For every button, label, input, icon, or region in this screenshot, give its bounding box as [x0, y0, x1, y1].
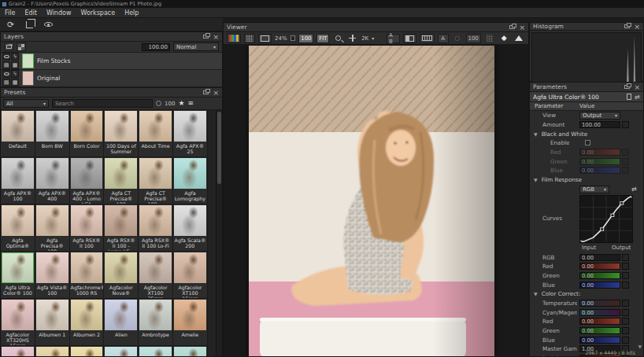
- red-field[interactable]: 0.00: [579, 318, 620, 325]
- favorites-star-icon[interactable]: ★: [178, 100, 184, 107]
- presets-scrollbar[interactable]: [216, 110, 222, 356]
- preset-item[interactable]: Agfa APX® 100: [1, 157, 35, 204]
- menu-item-edit[interactable]: Edit: [20, 8, 42, 18]
- layer-link-icon[interactable]: ▦: [11, 79, 19, 86]
- grid-overlay-icon[interactable]: [484, 34, 496, 43]
- zoom-100-button[interactable]: 100: [298, 34, 313, 43]
- focus-diamond-icon[interactable]: ◆: [498, 34, 509, 43]
- field-spinner[interactable]: [622, 318, 629, 325]
- preview-eye-icon[interactable]: [43, 19, 54, 30]
- reset-preset-icon[interactable]: ⇄: [635, 94, 640, 101]
- field-spinner[interactable]: [622, 337, 629, 344]
- view-dropdown[interactable]: Output ▾: [579, 112, 620, 120]
- float-panel-icon[interactable]: [509, 25, 515, 29]
- blue-field[interactable]: 0.00: [579, 337, 620, 344]
- field-spinner[interactable]: [622, 254, 629, 261]
- menu-item-file[interactable]: File: [0, 8, 20, 18]
- green-field[interactable]: 0.00: [579, 327, 620, 334]
- save-preset-icon[interactable]: [627, 94, 631, 100]
- red-field[interactable]: 0.00: [579, 263, 620, 270]
- field-spinner[interactable]: [622, 300, 629, 307]
- magnifier-icon[interactable]: [332, 34, 343, 43]
- preset-item[interactable]: Agfa RSX® II 100: [70, 204, 105, 252]
- close-panel-icon[interactable]: ×: [634, 24, 640, 30]
- compare-ab-icon[interactable]: A B: [387, 34, 400, 43]
- zoom-fit-button[interactable]: FIT: [316, 34, 329, 43]
- sync-icon[interactable]: ⟳: [5, 19, 17, 30]
- preset-item[interactable]: [70, 346, 105, 356]
- layer-visibility-icon[interactable]: [2, 70, 10, 78]
- field-spinner[interactable]: [622, 158, 629, 165]
- preset-item[interactable]: About Time: [139, 110, 173, 157]
- preset-item[interactable]: [35, 346, 70, 356]
- red-field[interactable]: 0.00: [579, 149, 620, 156]
- preset-item[interactable]: Amelie: [173, 299, 208, 346]
- blue-field[interactable]: 0.00: [579, 282, 620, 289]
- float-panel-icon[interactable]: [624, 24, 630, 28]
- search-input[interactable]: [52, 99, 153, 108]
- color-sample-circle-icon[interactable]: ○: [452, 34, 463, 43]
- preset-item[interactable]: Agfacolor XT100 16mm: [173, 252, 208, 299]
- preset-item[interactable]: Agfa Lomography: [173, 157, 208, 204]
- pan-icon[interactable]: [346, 34, 358, 43]
- preset-item[interactable]: Agfa CT Precisa® 100: [104, 157, 139, 204]
- field-spinner[interactable]: [622, 272, 629, 279]
- layer-options-icon[interactable]: [17, 42, 26, 51]
- section-color-correct[interactable]: ▼ Color Correct:: [530, 289, 643, 299]
- preset-item[interactable]: [173, 346, 208, 356]
- field-spinner[interactable]: [622, 309, 629, 316]
- preset-item[interactable]: Agfa Precisa® 100: [35, 204, 70, 252]
- caption-a-icon[interactable]: A: [438, 34, 449, 43]
- layer-opacity-field[interactable]: 100.00: [142, 43, 170, 51]
- menu-item-window[interactable]: Window: [42, 8, 76, 18]
- rgb-channels-icon[interactable]: [227, 34, 241, 43]
- preset-item[interactable]: Agfa Scala® 200: [173, 204, 208, 252]
- close-panel-icon[interactable]: ×: [213, 90, 219, 96]
- preset-item[interactable]: [139, 346, 173, 356]
- curve-swap-icon[interactable]: ⇄: [631, 186, 637, 193]
- preset-item[interactable]: [104, 346, 139, 356]
- temperature-field[interactable]: 0.00: [579, 300, 620, 307]
- preset-item[interactable]: Agfa Vista® 100: [35, 252, 70, 299]
- preset-item[interactable]: Agfacolor XT100 35mm: [139, 252, 173, 299]
- close-panel-icon[interactable]: ×: [213, 34, 219, 40]
- preset-item[interactable]: Alien: [104, 299, 139, 346]
- preset-item[interactable]: Agfa APX® 25: [173, 110, 208, 157]
- thumbnail-view-icon[interactable]: [244, 34, 256, 43]
- layer-mask-icon[interactable]: ▤: [2, 79, 10, 86]
- layer-row[interactable]: ϟ▤▦Original: [1, 70, 222, 87]
- menu-item-help[interactable]: Help: [120, 8, 143, 18]
- layer-visibility-icon[interactable]: [2, 53, 10, 61]
- preset-item[interactable]: Agfacolor XT320HS 16mm: [1, 299, 35, 346]
- histogram-toggle-icon[interactable]: [513, 34, 525, 43]
- preset-item[interactable]: Ambrotype: [139, 299, 173, 346]
- rgb-field[interactable]: 0.00: [579, 254, 620, 261]
- preset-item[interactable]: Default: [1, 110, 35, 157]
- blend-mode-dropdown[interactable]: Normal ▾: [173, 42, 219, 51]
- field-spinner[interactable]: [622, 149, 629, 156]
- enable-checkbox[interactable]: [585, 140, 590, 145]
- preset-item[interactable]: Agfa RSX® II 100 Lo-Fi: [139, 204, 173, 252]
- presets-menu-icon[interactable]: ≡: [187, 100, 194, 107]
- close-panel-icon[interactable]: ×: [634, 84, 640, 90]
- amount-field[interactable]: 100.00: [579, 121, 620, 128]
- preset-item[interactable]: [1, 346, 35, 356]
- curve-channel-dropdown[interactable]: RGB ▾: [579, 186, 609, 193]
- preset-filter-dropdown[interactable]: All ▾: [3, 99, 49, 108]
- layer-fx-icon[interactable]: ϟ: [11, 53, 19, 61]
- new-layer-icon[interactable]: [4, 42, 13, 51]
- zoom-lock-checkbox[interactable]: [291, 35, 296, 41]
- preset-item[interactable]: Agfa Optima®: [1, 204, 35, 252]
- tone-curve-editor[interactable]: [579, 195, 633, 243]
- blue-field[interactable]: 0.00: [579, 167, 620, 174]
- float-panel-icon[interactable]: [203, 90, 209, 94]
- field-spinner[interactable]: [622, 167, 629, 174]
- green-field[interactable]: 0.00: [579, 272, 620, 279]
- section-film-response[interactable]: ▼ Film Response: [530, 175, 643, 185]
- field-spinner[interactable]: [622, 282, 629, 289]
- ruler-icon[interactable]: [420, 34, 435, 43]
- layer-fx-icon[interactable]: ϟ: [11, 70, 19, 78]
- split-view-icon[interactable]: [403, 34, 416, 43]
- frame-view-icon[interactable]: [258, 34, 272, 43]
- menu-item-workspace[interactable]: Workspace: [76, 8, 120, 18]
